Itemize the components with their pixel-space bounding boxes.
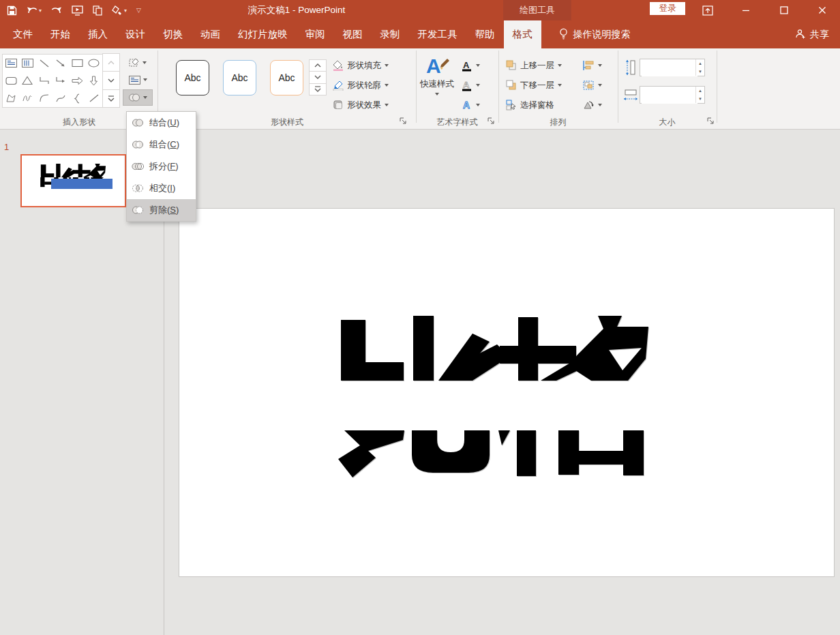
insert-textbox-button[interactable] <box>123 72 153 88</box>
shape-outline-button[interactable]: 形状轮廓 <box>333 76 389 94</box>
shape-outline-caret-icon[interactable] <box>385 84 389 87</box>
menu-item-union[interactable]: 结合(U) <box>127 112 196 134</box>
gallery-scroll-down-icon[interactable] <box>102 71 120 89</box>
tab-help[interactable]: 帮助 <box>466 20 504 48</box>
merge-shapes-caret-icon[interactable] <box>143 96 147 99</box>
shape-right-arrow-icon[interactable] <box>72 76 83 85</box>
undo-button[interactable]: ▾ <box>25 3 43 18</box>
menu-item-combine[interactable]: 组合(C) <box>127 134 196 156</box>
shape-fill-button[interactable]: 形状填充 <box>333 57 389 74</box>
rotate-button[interactable] <box>582 96 602 114</box>
shape-width-input[interactable] <box>642 87 698 104</box>
close-icon[interactable] <box>815 3 829 17</box>
rotate-caret-icon[interactable] <box>598 104 602 106</box>
tab-transitions[interactable]: 切换 <box>154 20 192 48</box>
shape-effects-caret-icon[interactable] <box>385 104 389 106</box>
ink-shape-caret-icon[interactable]: ▾ <box>124 8 127 14</box>
tab-insert[interactable]: 插入 <box>79 20 117 48</box>
tab-developer[interactable]: 开发工具 <box>409 20 466 48</box>
menu-item-fragment[interactable]: 拆分(F) <box>127 156 196 177</box>
minimize-icon[interactable] <box>739 3 753 17</box>
width-up-icon[interactable]: ▲ <box>695 87 704 95</box>
shape-curve-icon[interactable] <box>55 93 66 103</box>
tab-format[interactable]: 格式 <box>504 20 541 48</box>
send-backward-button[interactable]: 下移一层 <box>506 76 562 94</box>
send-backward-caret-icon[interactable] <box>558 84 562 87</box>
tab-animations[interactable]: 动画 <box>192 20 229 48</box>
start-slideshow-icon[interactable] <box>70 3 85 18</box>
slide-canvas[interactable] <box>179 208 835 577</box>
shape-brace-icon[interactable] <box>74 93 80 104</box>
merged-shape-bottom-fragment[interactable] <box>338 430 644 478</box>
customize-qat-icon[interactable]: ▽ <box>135 3 142 18</box>
shape-oval-icon[interactable] <box>88 59 100 68</box>
shape-style-swatch-2[interactable]: Abc <box>223 60 256 95</box>
share-button[interactable]: 共享 <box>795 20 840 48</box>
shape-effects-button[interactable]: 形状效果 <box>333 96 389 114</box>
tab-review[interactable]: 审阅 <box>297 20 334 48</box>
shape-down-arrow-icon[interactable] <box>89 76 98 86</box>
tab-design[interactable]: 设计 <box>117 20 154 48</box>
gallery-more-icon[interactable] <box>102 89 120 108</box>
text-outline-caret-icon[interactable] <box>476 84 480 87</box>
merge-shapes-button[interactable] <box>123 89 153 106</box>
gallery-scroll-up-icon[interactable] <box>102 53 120 72</box>
tab-record[interactable]: 录制 <box>372 20 409 48</box>
undo-caret-icon[interactable]: ▾ <box>39 8 42 14</box>
menu-item-subtract[interactable]: 剪除(S) <box>127 199 196 221</box>
shape-style-swatch-3[interactable]: Abc <box>270 60 303 95</box>
bring-forward-caret-icon[interactable] <box>558 64 562 67</box>
insert-textbox-caret-icon[interactable] <box>143 78 147 81</box>
shape-textbox-icon[interactable] <box>5 59 17 68</box>
style-scroll-down-icon[interactable] <box>309 71 327 83</box>
shape-rounded-rectangle-icon[interactable] <box>5 76 17 85</box>
maximize-icon[interactable] <box>777 3 791 17</box>
text-outline-button[interactable]: A <box>461 76 480 94</box>
align-caret-icon[interactable] <box>598 64 602 67</box>
slide-thumbnail-1[interactable] <box>20 154 126 207</box>
shape-scribble-icon[interactable] <box>22 93 33 103</box>
shape-elbow-arrow-connector-icon[interactable] <box>55 76 66 85</box>
tab-view[interactable]: 视图 <box>334 20 372 48</box>
text-effects-caret-icon[interactable] <box>476 104 480 106</box>
shape-freeform-icon[interactable] <box>5 93 16 103</box>
width-down-icon[interactable]: ▼ <box>695 95 704 103</box>
shape-line2-icon[interactable] <box>89 93 100 103</box>
style-more-icon[interactable] <box>309 83 327 95</box>
redo-button[interactable] <box>50 3 63 18</box>
text-fill-caret-icon[interactable] <box>476 64 480 67</box>
shape-vertical-textbox-icon[interactable] <box>22 59 33 68</box>
align-button[interactable] <box>582 57 602 74</box>
group-objects-caret-icon[interactable] <box>598 84 602 87</box>
shape-arrow-icon[interactable] <box>55 59 66 68</box>
shape-arc-icon[interactable] <box>39 93 50 103</box>
menu-item-intersect[interactable]: 相交(I) <box>127 177 196 199</box>
edit-shape-button[interactable] <box>123 55 153 71</box>
shape-elbow-connector-icon[interactable] <box>39 76 50 85</box>
height-down-icon[interactable]: ▼ <box>695 68 704 76</box>
shape-rectangle-icon[interactable] <box>72 59 83 68</box>
tab-home[interactable]: 开始 <box>42 20 79 48</box>
quick-styles-button[interactable]: A 快速样式 <box>417 54 457 117</box>
shape-line-icon[interactable] <box>39 59 50 68</box>
bring-forward-button[interactable]: 上移一层 <box>506 57 562 74</box>
shape-height-input[interactable] <box>642 60 698 76</box>
quick-styles-caret-icon[interactable] <box>435 93 439 95</box>
height-up-icon[interactable]: ▲ <box>695 59 704 68</box>
shape-style-swatch-1[interactable]: Abc <box>176 60 209 95</box>
save-icon[interactable] <box>5 3 18 18</box>
edit-shape-caret-icon[interactable] <box>142 61 147 64</box>
size-dialog-launcher-icon[interactable] <box>706 117 715 125</box>
copy-icon[interactable] <box>91 3 104 18</box>
wordart-dialog-launcher-icon[interactable] <box>487 117 495 125</box>
group-objects-button[interactable] <box>582 76 602 94</box>
tab-file[interactable]: 文件 <box>4 20 42 48</box>
tab-slideshow[interactable]: 幻灯片放映 <box>229 20 297 48</box>
text-effects-button[interactable]: A <box>461 96 480 114</box>
text-fill-button[interactable]: A <box>461 57 480 74</box>
shape-triangle-icon[interactable] <box>22 76 33 85</box>
style-scroll-up-icon[interactable] <box>309 59 327 72</box>
tell-me-search[interactable]: 操作说明搜索 <box>559 20 631 48</box>
shape-styles-dialog-launcher-icon[interactable] <box>399 117 407 125</box>
ink-shape-button[interactable]: ▾ <box>110 3 128 18</box>
